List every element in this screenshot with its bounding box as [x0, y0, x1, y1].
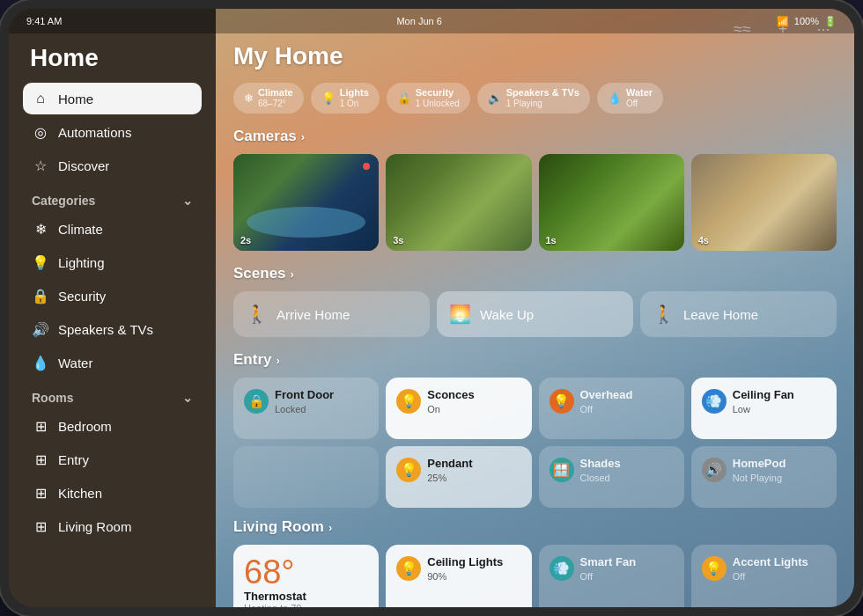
battery-display: 100%	[794, 16, 819, 26]
pill-speakers-icon: 🔊	[488, 92, 502, 105]
automations-icon: ◎	[32, 123, 49, 141]
smart-fan-icon: 💨	[550, 556, 574, 581]
ceiling-lights-icon: 💡	[396, 556, 421, 581]
sidebar-item-climate[interactable]: ❄ Climate	[23, 213, 202, 245]
speakers-icon: 🔊	[32, 320, 49, 338]
sidebar-item-living-room[interactable]: ⊞ Living Room	[23, 510, 202, 542]
sidebar-item-automations[interactable]: ◎ Automations	[23, 116, 202, 148]
device-shades[interactable]: 🪟 Shades Closed	[539, 446, 684, 508]
camera-1[interactable]: 2s	[233, 154, 379, 251]
accent-lights-icon: 💡	[702, 556, 727, 581]
thermostat-sub: Heating to 70	[244, 603, 368, 607]
scenes-row: 🚶 Arrive Home 🌅 Wake Up 🚶 Leave Home	[233, 291, 837, 337]
main-layout: Home ⌂ Home ◎ Automations ☆ Discover Ca	[9, 9, 854, 607]
overhead-name: Overhead	[580, 388, 633, 402]
living-room-chevron: ›	[328, 521, 332, 534]
sidebar-item-water[interactable]: 💧 Water	[23, 347, 202, 378]
device-ceiling-lights[interactable]: 💡 Ceiling Lights 90%	[386, 545, 531, 607]
camera-2-time: 3s	[393, 235, 403, 246]
pill-security-icon: 🔒	[397, 92, 411, 105]
sidebar-item-bedroom[interactable]: ⊞ Bedroom	[23, 410, 202, 442]
status-right: 📶 100% 🔋	[777, 16, 837, 27]
sidebar-item-home[interactable]: ⌂ Home	[23, 83, 202, 114]
camera-2[interactable]: 3s	[386, 154, 531, 251]
accent-lights-name: Accent Lights	[733, 555, 808, 569]
sidebar-item-kitchen[interactable]: ⊞ Kitchen	[23, 477, 202, 509]
pill-lights[interactable]: 💡 Lights 1 On	[311, 83, 380, 114]
sconces-name: Sconces	[427, 388, 474, 402]
scene-arrive-home[interactable]: 🚶 Arrive Home	[233, 291, 430, 337]
pill-speakers[interactable]: 🔊 Speakers & TVs 1 Playing	[477, 83, 590, 114]
pendant-icon: 💡	[396, 458, 421, 482]
rooms-header[interactable]: Rooms ⌄	[23, 380, 202, 410]
device-sconces[interactable]: 💡 Sconces On	[386, 378, 531, 439]
camera-4-time: 4s	[698, 235, 709, 246]
leave-home-icon: 🚶	[653, 304, 675, 325]
ceiling-fan-icon: 💨	[702, 389, 727, 414]
thermostat-temp: 68°	[244, 555, 368, 589]
entry-section-header[interactable]: Entry ›	[233, 351, 837, 369]
categories-header[interactable]: Categories ⌄	[23, 183, 202, 213]
living-room-device-grid: 68° Thermostat Heating to 70 💡 C	[233, 545, 837, 607]
sidebar-item-speakers[interactable]: 🔊 Speakers & TVs	[23, 313, 202, 345]
screen: 9:41 AM Mon Jun 6 📶 100% 🔋 Home ⌂	[9, 9, 854, 607]
device-pendant[interactable]: 💡 Pendant 25%	[386, 446, 531, 508]
sidebar-item-lighting[interactable]: 💡 Lighting	[23, 246, 202, 278]
sidebar-item-discover[interactable]: ☆ Discover	[23, 150, 202, 181]
scene-leave-home[interactable]: 🚶 Leave Home	[640, 291, 837, 337]
sidebar-home-label: Home	[58, 92, 93, 106]
device-accent-lights[interactable]: 💡 Accent Lights Off	[691, 545, 837, 607]
device-homepod[interactable]: 🔊 HomePod Not Playing	[691, 446, 837, 508]
kitchen-icon: ⊞	[32, 484, 49, 502]
device-overhead[interactable]: 💡 Overhead Off	[539, 378, 684, 439]
pill-lights-icon: 💡	[321, 92, 336, 105]
shades-status: Closed	[580, 473, 621, 483]
camera-3[interactable]: 1s	[539, 154, 684, 251]
entry-icon: ⊞	[32, 451, 49, 468]
entry-chevron: ›	[276, 354, 279, 367]
pill-security[interactable]: 🔒 Security 1 Unlocked	[387, 83, 470, 114]
pendant-name: Pendant	[427, 457, 472, 471]
camera-4[interactable]: 4s	[691, 154, 837, 251]
overhead-icon: 💡	[550, 389, 574, 414]
sconces-status: On	[427, 404, 474, 414]
homepod-name: HomePod	[733, 457, 786, 471]
wifi-icon: 📶	[777, 16, 789, 27]
cameras-section-header[interactable]: Cameras ›	[233, 128, 837, 145]
sidebar-automations-label: Automations	[58, 125, 131, 140]
device-thermostat[interactable]: 68° Thermostat Heating to 70	[233, 545, 379, 607]
sidebar: Home ⌂ Home ◎ Automations ☆ Discover Ca	[9, 9, 216, 607]
wake-up-icon: 🌅	[449, 304, 471, 325]
pill-climate[interactable]: ❄ Climate 68–72°	[233, 83, 304, 114]
homepod-icon: 🔊	[702, 458, 727, 482]
discover-icon: ☆	[32, 157, 49, 174]
living-room-section: Living Room › 68° Thermostat Heating to …	[233, 518, 837, 607]
ceiling-fan-status: Low	[733, 404, 794, 414]
shades-icon: 🪟	[550, 458, 574, 482]
thermostat-name: Thermostat	[244, 590, 368, 603]
scenes-chevron: ›	[291, 268, 294, 281]
scenes-section-header[interactable]: Scenes ›	[233, 265, 837, 282]
living-room-section-header[interactable]: Living Room ›	[233, 518, 837, 536]
content-area: ≈≈ + ··· My Home ❄ Climate 68–72°	[216, 9, 854, 607]
scene-wake-up[interactable]: 🌅 Wake Up	[437, 291, 633, 337]
device-smart-fan[interactable]: 💨 Smart Fan Off	[539, 545, 684, 607]
pill-water[interactable]: 💧 Water Off	[597, 83, 663, 114]
camera-3-time: 1s	[546, 235, 557, 246]
ceiling-fan-name: Ceiling Fan	[733, 388, 794, 402]
battery-icon: 🔋	[824, 16, 837, 27]
time-display: 9:41 AM	[26, 16, 62, 26]
device-front-door[interactable]: 🔒 Front Door Locked	[233, 378, 379, 439]
entry-section: Entry › 🔒 Front Door Locked	[233, 351, 837, 508]
device-ceiling-fan[interactable]: 💨 Ceiling Fan Low	[691, 378, 837, 439]
sidebar-item-entry[interactable]: ⊞ Entry	[23, 444, 202, 475]
sidebar-item-security[interactable]: 🔒 Security	[23, 280, 202, 312]
smart-fan-status: Off	[580, 571, 637, 582]
entry-spacer	[233, 446, 379, 508]
sconces-icon: 💡	[396, 389, 421, 414]
smart-fan-name: Smart Fan	[580, 555, 637, 569]
cameras-chevron: ›	[301, 130, 305, 143]
rooms-chevron: ⌄	[182, 391, 193, 405]
pill-water-icon: 💧	[608, 92, 622, 105]
front-door-status: Locked	[275, 404, 334, 414]
